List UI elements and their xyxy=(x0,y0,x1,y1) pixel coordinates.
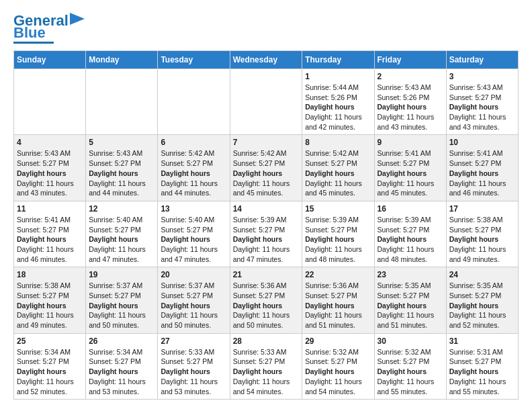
calendar-week-2: 4Sunrise: 5:43 AMSunset: 5:27 PMDaylight… xyxy=(14,135,519,201)
calendar-cell: 10Sunrise: 5:41 AMSunset: 5:27 PMDayligh… xyxy=(446,135,518,201)
logo-underline xyxy=(13,42,54,44)
calendar-cell: 16Sunrise: 5:39 AMSunset: 5:27 PMDayligh… xyxy=(374,201,446,267)
calendar-cell: 7Sunrise: 5:42 AMSunset: 5:27 PMDaylight… xyxy=(230,135,302,201)
cell-info: Sunrise: 5:33 AMSunset: 5:27 PMDaylight … xyxy=(161,347,226,396)
day-number: 30 xyxy=(378,336,443,346)
calendar-cell: 3Sunrise: 5:43 AMSunset: 5:27 PMDaylight… xyxy=(446,69,518,135)
calendar-cell: 5Sunrise: 5:43 AMSunset: 5:27 PMDaylight… xyxy=(86,135,158,201)
day-header-thursday: Thursday xyxy=(302,51,374,69)
calendar-cell: 17Sunrise: 5:38 AMSunset: 5:27 PMDayligh… xyxy=(446,201,518,267)
day-number: 23 xyxy=(378,270,443,279)
cell-info: Sunrise: 5:31 AMSunset: 5:27 PMDaylight … xyxy=(449,347,515,396)
cell-info: Sunrise: 5:44 AMSunset: 5:26 PMDaylight … xyxy=(305,83,371,132)
cell-info: Sunrise: 5:35 AMSunset: 5:27 PMDaylight … xyxy=(378,281,443,330)
svg-marker-0 xyxy=(70,13,85,25)
calendar-cell: 26Sunrise: 5:34 AMSunset: 5:27 PMDayligh… xyxy=(86,333,158,399)
day-number: 28 xyxy=(233,336,300,346)
cell-info: Sunrise: 5:32 AMSunset: 5:27 PMDaylight … xyxy=(378,347,443,396)
cell-info: Sunrise: 5:42 AMSunset: 5:27 PMDaylight … xyxy=(161,148,226,197)
day-header-friday: Friday xyxy=(374,51,446,69)
calendar-cell: 13Sunrise: 5:40 AMSunset: 5:27 PMDayligh… xyxy=(158,201,230,267)
calendar-week-1: 1Sunrise: 5:44 AMSunset: 5:26 PMDaylight… xyxy=(14,69,519,135)
calendar-cell: 15Sunrise: 5:39 AMSunset: 5:27 PMDayligh… xyxy=(302,201,374,267)
cell-info: Sunrise: 5:37 AMSunset: 5:27 PMDaylight … xyxy=(89,281,154,330)
day-number: 7 xyxy=(233,138,300,147)
day-number: 18 xyxy=(17,270,83,279)
calendar-week-4: 18Sunrise: 5:38 AMSunset: 5:27 PMDayligh… xyxy=(14,267,519,333)
day-number: 21 xyxy=(233,270,300,279)
day-number: 2 xyxy=(378,72,443,81)
cell-info: Sunrise: 5:36 AMSunset: 5:27 PMDaylight … xyxy=(305,281,371,330)
day-number: 8 xyxy=(305,138,371,147)
calendar-cell: 23Sunrise: 5:35 AMSunset: 5:27 PMDayligh… xyxy=(374,267,446,333)
calendar-cell: 31Sunrise: 5:31 AMSunset: 5:27 PMDayligh… xyxy=(446,333,518,399)
calendar-cell: 25Sunrise: 5:34 AMSunset: 5:27 PMDayligh… xyxy=(14,333,86,399)
cell-info: Sunrise: 5:40 AMSunset: 5:27 PMDaylight … xyxy=(161,215,226,264)
calendar-cell: 2Sunrise: 5:43 AMSunset: 5:26 PMDaylight… xyxy=(374,69,446,135)
calendar-cell: 12Sunrise: 5:40 AMSunset: 5:27 PMDayligh… xyxy=(86,201,158,267)
calendar-week-3: 11Sunrise: 5:41 AMSunset: 5:27 PMDayligh… xyxy=(14,201,519,267)
calendar-cell xyxy=(86,69,158,135)
calendar-cell: 8Sunrise: 5:42 AMSunset: 5:27 PMDaylight… xyxy=(302,135,374,201)
day-number: 27 xyxy=(161,336,226,346)
cell-info: Sunrise: 5:37 AMSunset: 5:27 PMDaylight … xyxy=(161,281,226,330)
cell-info: Sunrise: 5:43 AMSunset: 5:27 PMDaylight … xyxy=(89,148,154,197)
logo: General Blue xyxy=(13,13,85,44)
day-number: 4 xyxy=(17,138,83,147)
day-header-tuesday: Tuesday xyxy=(158,51,230,69)
day-number: 3 xyxy=(449,72,515,81)
cell-info: Sunrise: 5:39 AMSunset: 5:27 PMDaylight … xyxy=(305,215,371,264)
calendar-cell: 21Sunrise: 5:36 AMSunset: 5:27 PMDayligh… xyxy=(230,267,302,333)
calendar-cell: 1Sunrise: 5:44 AMSunset: 5:26 PMDaylight… xyxy=(302,69,374,135)
day-number: 19 xyxy=(89,270,154,279)
day-number: 1 xyxy=(305,72,371,81)
cell-info: Sunrise: 5:39 AMSunset: 5:27 PMDaylight … xyxy=(233,215,300,264)
day-number: 13 xyxy=(161,204,226,214)
day-number: 14 xyxy=(233,204,300,214)
calendar-week-5: 25Sunrise: 5:34 AMSunset: 5:27 PMDayligh… xyxy=(14,333,519,399)
day-header-sunday: Sunday xyxy=(14,51,86,69)
calendar-cell: 29Sunrise: 5:32 AMSunset: 5:27 PMDayligh… xyxy=(302,333,374,399)
logo-blue-text: Blue xyxy=(13,26,46,40)
day-number: 11 xyxy=(17,204,83,214)
day-number: 10 xyxy=(449,138,515,147)
calendar-header-row: SundayMondayTuesdayWednesdayThursdayFrid… xyxy=(14,51,519,69)
logo-arrow-icon xyxy=(70,13,85,25)
cell-info: Sunrise: 5:38 AMSunset: 5:27 PMDaylight … xyxy=(17,281,83,330)
cell-info: Sunrise: 5:36 AMSunset: 5:27 PMDaylight … xyxy=(233,281,300,330)
calendar-table: SundayMondayTuesdayWednesdayThursdayFrid… xyxy=(13,50,519,400)
day-number: 29 xyxy=(305,336,371,346)
cell-info: Sunrise: 5:38 AMSunset: 5:27 PMDaylight … xyxy=(449,215,515,264)
day-number: 6 xyxy=(161,138,226,147)
calendar-cell xyxy=(14,69,86,135)
day-number: 16 xyxy=(378,204,443,214)
cell-info: Sunrise: 5:41 AMSunset: 5:27 PMDaylight … xyxy=(378,148,443,197)
page-header: General Blue xyxy=(13,13,519,44)
calendar-cell xyxy=(158,69,230,135)
day-number: 24 xyxy=(449,270,515,279)
cell-info: Sunrise: 5:33 AMSunset: 5:27 PMDaylight … xyxy=(233,347,300,396)
cell-info: Sunrise: 5:40 AMSunset: 5:27 PMDaylight … xyxy=(89,215,154,264)
day-number: 31 xyxy=(449,336,515,346)
day-number: 15 xyxy=(305,204,371,214)
calendar-cell: 22Sunrise: 5:36 AMSunset: 5:27 PMDayligh… xyxy=(302,267,374,333)
cell-info: Sunrise: 5:41 AMSunset: 5:27 PMDaylight … xyxy=(449,148,515,197)
cell-info: Sunrise: 5:32 AMSunset: 5:27 PMDaylight … xyxy=(305,347,371,396)
day-number: 12 xyxy=(89,204,154,214)
cell-info: Sunrise: 5:42 AMSunset: 5:27 PMDaylight … xyxy=(233,148,300,197)
calendar-cell: 30Sunrise: 5:32 AMSunset: 5:27 PMDayligh… xyxy=(374,333,446,399)
cell-info: Sunrise: 5:43 AMSunset: 5:26 PMDaylight … xyxy=(378,83,443,132)
day-number: 9 xyxy=(378,138,443,147)
cell-info: Sunrise: 5:43 AMSunset: 5:27 PMDaylight … xyxy=(17,148,83,197)
calendar-cell xyxy=(230,69,302,135)
cell-info: Sunrise: 5:35 AMSunset: 5:27 PMDaylight … xyxy=(449,281,515,330)
calendar-cell: 14Sunrise: 5:39 AMSunset: 5:27 PMDayligh… xyxy=(230,201,302,267)
day-number: 25 xyxy=(17,336,83,346)
calendar-cell: 9Sunrise: 5:41 AMSunset: 5:27 PMDaylight… xyxy=(374,135,446,201)
day-header-monday: Monday xyxy=(86,51,158,69)
day-number: 22 xyxy=(305,270,371,279)
calendar-cell: 4Sunrise: 5:43 AMSunset: 5:27 PMDaylight… xyxy=(14,135,86,201)
calendar-cell: 19Sunrise: 5:37 AMSunset: 5:27 PMDayligh… xyxy=(86,267,158,333)
calendar-cell: 6Sunrise: 5:42 AMSunset: 5:27 PMDaylight… xyxy=(158,135,230,201)
cell-info: Sunrise: 5:34 AMSunset: 5:27 PMDaylight … xyxy=(17,347,83,396)
